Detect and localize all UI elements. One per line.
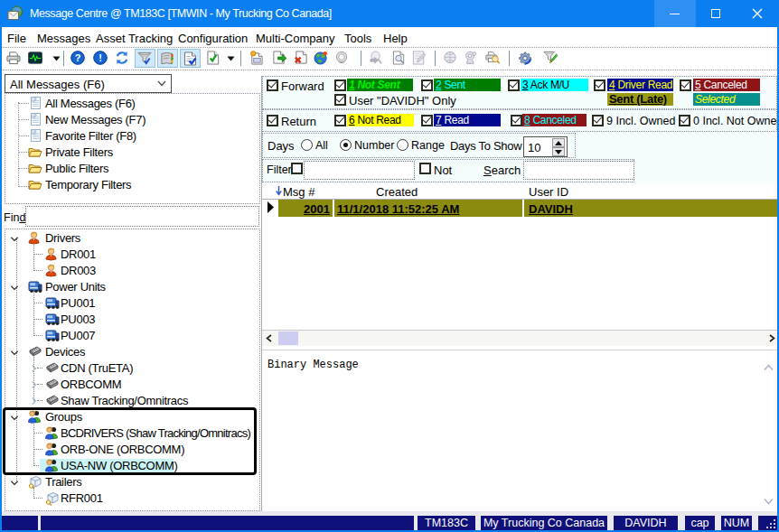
svg-text:!: ! xyxy=(99,52,102,63)
svg-text:?: ? xyxy=(75,52,81,63)
